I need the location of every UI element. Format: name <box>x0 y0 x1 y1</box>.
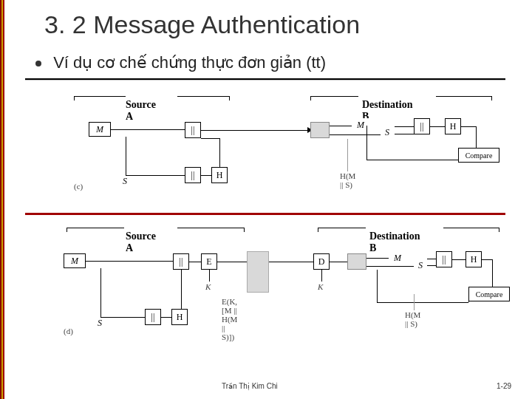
wire <box>366 126 367 160</box>
wire <box>189 262 201 262</box>
label-S2-top: S <box>381 127 394 137</box>
box-M-top: M <box>89 122 111 137</box>
wire <box>209 270 210 282</box>
wire <box>461 126 476 127</box>
box-concat-bot-3: || <box>436 251 452 267</box>
wire <box>492 259 493 289</box>
wire <box>430 126 445 127</box>
wire <box>366 160 389 160</box>
title-underline-shadow <box>25 80 505 81</box>
wire <box>201 138 219 139</box>
label-enc-bot: E(K, [M || H(M || S)]) <box>222 297 237 341</box>
footer-author: Trần Thị Kim Chi <box>222 382 278 390</box>
left-accent-bar <box>0 0 4 399</box>
box-concat-top-1: || <box>185 122 201 138</box>
wire <box>201 175 211 176</box>
box-concat-top-3: || <box>414 118 430 134</box>
box-H2-bot: H <box>466 251 482 267</box>
label-S2-bot: S <box>414 260 427 270</box>
label-K2-bot: K <box>318 282 323 291</box>
wire <box>427 259 436 259</box>
footer-page: 1-29 <box>497 382 511 390</box>
wire <box>100 268 101 317</box>
channel-bot <box>247 251 269 293</box>
wire <box>219 138 220 167</box>
marker-c: (c) <box>74 182 83 191</box>
label-S-top: S <box>118 176 132 186</box>
bullet-icon <box>35 61 41 66</box>
box-H-top: H <box>211 167 228 183</box>
wire <box>269 262 313 262</box>
wire <box>330 134 381 135</box>
section-divider <box>25 213 505 215</box>
slide-bullet: Ví dụ cơ chế chứng thực đơn giản (tt) <box>35 53 326 72</box>
wire <box>161 317 171 318</box>
wire <box>100 317 145 318</box>
box-D-bot: D <box>313 253 330 270</box>
split-top <box>310 122 330 138</box>
box-concat-bot-2: || <box>145 309 161 325</box>
box-H2-top: H <box>445 118 461 134</box>
wire <box>395 134 414 134</box>
wire <box>452 259 466 260</box>
wire <box>126 175 185 176</box>
wire <box>468 294 469 302</box>
wire <box>377 302 468 303</box>
label-hash-top: H(M || S) <box>340 171 355 189</box>
box-concat-top-2: || <box>185 167 201 183</box>
label-hash-bot: H(M || S) <box>405 310 420 328</box>
wire <box>377 270 378 302</box>
leader-line <box>347 139 348 171</box>
box-Hsrc-bot: H <box>171 309 188 325</box>
wire <box>366 266 415 267</box>
wire <box>126 137 126 175</box>
wire <box>366 258 389 259</box>
leader-line <box>414 294 415 310</box>
wire <box>217 262 247 262</box>
wire <box>86 261 173 262</box>
wire <box>330 126 352 126</box>
marker-d: (d) <box>64 327 73 335</box>
box-concat-bot-1: || <box>173 253 189 270</box>
label-K1-bot: K <box>205 282 211 291</box>
wire <box>321 270 322 282</box>
wire <box>330 262 347 262</box>
split-bot <box>347 253 366 270</box>
box-compare-top: Compare <box>458 148 499 163</box>
wire <box>482 259 492 260</box>
box-compare-bot: Compare <box>468 287 510 301</box>
wire <box>427 265 436 266</box>
bullet-text: Ví dụ cơ chế chứng thực đơn giản (tt) <box>53 53 326 72</box>
wire <box>476 126 477 150</box>
label-M2-bot: M <box>389 251 406 265</box>
wire <box>111 129 185 130</box>
dest-b-label-top: Destination B <box>362 99 412 123</box>
box-E-bot: E <box>201 253 217 270</box>
wire <box>389 160 458 160</box>
wire <box>201 130 310 131</box>
source-a-label-top: Source A <box>126 99 156 123</box>
wire <box>181 270 182 309</box>
wire <box>395 126 414 127</box>
slide-title: 3. 2 Message Authentication <box>44 10 360 39</box>
box-M-bot: M <box>64 253 86 268</box>
label-S-bot: S <box>93 318 106 328</box>
source-a-label-bot: Source A <box>126 231 156 254</box>
